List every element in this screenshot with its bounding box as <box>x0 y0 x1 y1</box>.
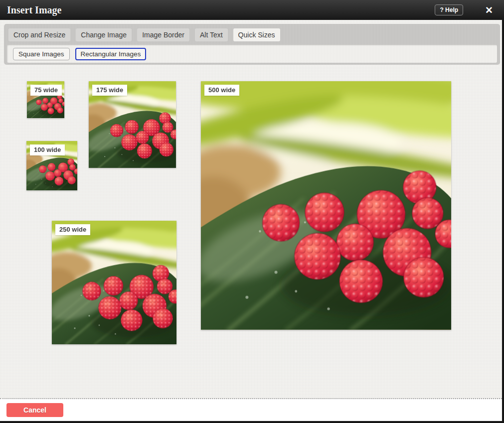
tab-image-border[interactable]: Image Border <box>137 28 189 41</box>
raspberry-photo <box>201 81 451 330</box>
tab-panel: Crop and ResizeChange ImageImage BorderA… <box>4 24 500 65</box>
gallery-image-175-wide[interactable]: 175 wide <box>89 81 176 168</box>
image-size-label: 250 wide <box>55 224 90 235</box>
footer: Cancel <box>0 399 502 421</box>
image-size-label: 500 wide <box>204 85 239 96</box>
tab-alt-text[interactable]: Alt Text <box>195 28 228 41</box>
tab-crop-and-resize[interactable]: Crop and Resize <box>8 28 70 41</box>
shape-filter-rectangular-images[interactable]: Rectangular Images <box>75 48 147 60</box>
gallery-image-500-wide[interactable]: 500 wide <box>201 81 451 330</box>
image-size-label: 100 wide <box>30 144 65 155</box>
cancel-button[interactable]: Cancel <box>6 403 63 417</box>
image-size-label: 175 wide <box>92 85 127 96</box>
tab-quick-sizes[interactable]: Quick Sizes <box>233 28 280 41</box>
help-button[interactable]: ? Help <box>435 4 463 15</box>
gallery-image-250-wide[interactable]: 250 wide <box>52 221 176 344</box>
close-icon[interactable]: ✕ <box>482 4 496 16</box>
gallery-image-75-wide[interactable]: 75 wide <box>27 81 64 118</box>
tab-change-image[interactable]: Change Image <box>76 28 132 41</box>
gallery-image-100-wide[interactable]: 100 wide <box>26 141 77 190</box>
tab-bar: Crop and ResizeChange ImageImage BorderA… <box>4 24 500 44</box>
titlebar: Insert Image ? Help ✕ <box>0 0 504 20</box>
quick-sizes-gallery: 75 wide100 wide175 wide250 wide500 wide <box>0 65 502 399</box>
image-size-label: 75 wide <box>30 85 62 96</box>
shape-filter-square-images[interactable]: Square Images <box>13 48 70 60</box>
insert-image-dialog: Insert Image ? Help ✕ Crop and ResizeCha… <box>0 0 502 421</box>
shape-filter-bar: Square ImagesRectangular Images <box>7 45 497 63</box>
dialog-title: Insert Image <box>7 4 61 16</box>
raspberry-photo <box>52 221 176 344</box>
